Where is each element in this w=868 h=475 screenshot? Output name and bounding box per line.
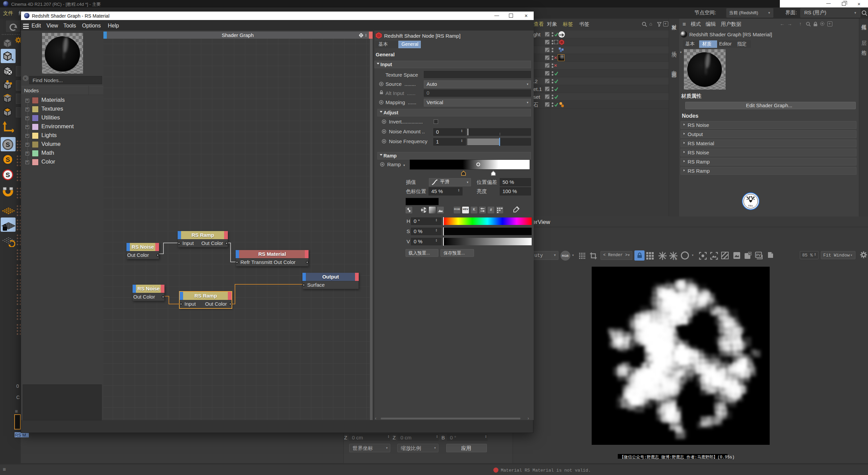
svg-text:G: G — [675, 257, 677, 260]
svg-text:PV: PV — [756, 253, 761, 257]
svg-text:S: S — [6, 171, 10, 178]
svg-text:S: S — [6, 141, 10, 148]
svg-text:S: S — [6, 156, 10, 163]
